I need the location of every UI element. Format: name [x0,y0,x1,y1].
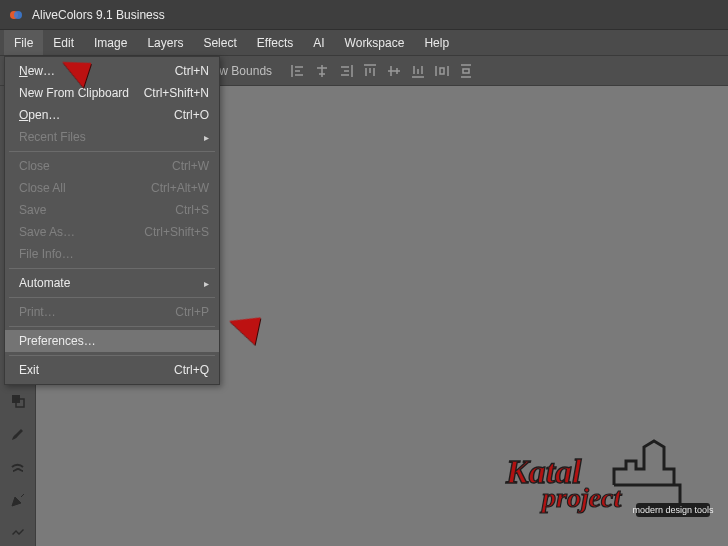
file-menu-close: CloseCtrl+W [5,155,219,177]
menu-item-shortcut: Ctrl+Alt+W [151,181,209,195]
align-left-button[interactable] [288,61,308,81]
menu-item-label: New From Clipboard [19,86,129,100]
menu-item-shortcut: Ctrl+W [172,159,209,173]
align-top-button[interactable] [360,61,380,81]
menu-layers[interactable]: Layers [137,30,193,55]
menu-item-label: Preferences… [19,334,96,348]
menu-edit[interactable]: Edit [43,30,84,55]
menu-item-label: Save [19,203,46,217]
file-menu-save-as: Save As…Ctrl+Shift+S [5,221,219,243]
file-menu-exit[interactable]: ExitCtrl+Q [5,359,219,381]
menu-separator [9,355,215,356]
menu-item-shortcut: Ctrl+S [175,203,209,217]
menu-separator [9,326,215,327]
menu-item-label: Print… [19,305,56,319]
chevron-right-icon: ▸ [204,132,209,143]
menu-item-label: Open… [19,108,60,122]
file-menu-new[interactable]: New…Ctrl+N [5,60,219,82]
app-icon [8,7,24,23]
file-menu-recent-files: Recent Files▸ [5,126,219,148]
menu-separator [9,151,215,152]
app-title: AliveColors 9.1 Business [32,8,165,22]
align-button-group [288,61,476,81]
svg-text:modern design tools: modern design tools [632,505,714,515]
titlebar: AliveColors 9.1 Business [0,0,728,30]
menu-item-shortcut: Ctrl+Shift+N [144,86,209,100]
menu-item-label: Save As… [19,225,75,239]
menu-ai[interactable]: AI [303,30,334,55]
menu-item-shortcut: Ctrl+Shift+S [144,225,209,239]
menu-help[interactable]: Help [414,30,459,55]
menu-image[interactable]: Image [84,30,137,55]
menu-item-shortcut: Ctrl+N [175,64,209,78]
distribute-h-button[interactable] [432,61,452,81]
menu-item-label: Automate [19,276,70,290]
menu-select[interactable]: Select [193,30,246,55]
heal-tool[interactable] [4,519,32,546]
menu-item-label: Close [19,159,50,173]
menu-effects[interactable]: Effects [247,30,303,55]
watermark-logo: Katal project modern design tools [504,439,714,532]
distribute-v-button[interactable] [456,61,476,81]
menu-workspace[interactable]: Workspace [335,30,415,55]
file-menu-preferences[interactable]: Preferences… [5,330,219,352]
file-menu-close-all: Close AllCtrl+Alt+W [5,177,219,199]
align-hcenter-button[interactable] [312,61,332,81]
brush-tool[interactable] [4,420,32,447]
file-menu-print: Print…Ctrl+P [5,301,219,323]
annotation-arrow [225,311,260,345]
chevron-right-icon: ▸ [204,278,209,289]
file-menu-file-info: File Info… [5,243,219,265]
menu-item-label: Exit [19,363,39,377]
menu-separator [9,268,215,269]
clone-tool[interactable] [4,387,32,414]
file-menu-automate[interactable]: Automate▸ [5,272,219,294]
align-vcenter-button[interactable] [384,61,404,81]
file-menu-new-from-clipboard[interactable]: New From ClipboardCtrl+Shift+N [5,82,219,104]
file-menu-save: SaveCtrl+S [5,199,219,221]
menu-item-shortcut: Ctrl+Q [174,363,209,377]
svg-text:project: project [540,482,623,513]
svg-point-1 [14,11,22,19]
align-bottom-button[interactable] [408,61,428,81]
menubar: FileEditImageLayersSelectEffectsAIWorksp… [0,30,728,56]
align-right-button[interactable] [336,61,356,81]
menu-item-label: Close All [19,181,66,195]
file-menu-dropdown: New…Ctrl+NNew From ClipboardCtrl+Shift+N… [4,56,220,385]
menu-item-shortcut: Ctrl+O [174,108,209,122]
pen-tool[interactable] [4,486,32,513]
menu-item-label: Recent Files [19,130,86,144]
menu-file[interactable]: File [4,30,43,55]
file-menu-open[interactable]: Open…Ctrl+O [5,104,219,126]
menu-item-label: File Info… [19,247,74,261]
menu-item-shortcut: Ctrl+P [175,305,209,319]
smudge-tool[interactable] [4,453,32,480]
menu-separator [9,297,215,298]
menu-item-label: New… [19,64,55,78]
